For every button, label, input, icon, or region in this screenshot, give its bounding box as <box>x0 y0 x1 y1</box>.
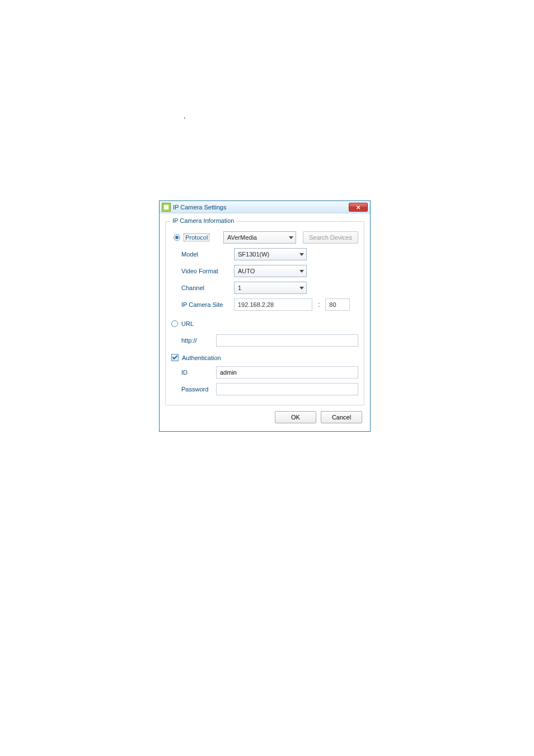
model-label: Model <box>171 251 234 258</box>
channel-label: Channel <box>171 284 234 291</box>
ip-camera-site-label: IP Camera Site <box>171 301 234 308</box>
id-row: ID admin <box>171 366 358 379</box>
protocol-select-value: AVerMedia <box>227 234 257 241</box>
ip-camera-settings-dialog: IP Camera Settings ✕ IP Camera Informati… <box>159 200 371 432</box>
close-button[interactable]: ✕ <box>349 203 368 212</box>
url-prefix-label: http:// <box>171 337 216 344</box>
chevron-down-icon <box>299 270 304 273</box>
chevron-down-icon <box>299 287 304 290</box>
channel-select[interactable]: 1 <box>234 282 307 294</box>
video-format-label: Video Format <box>171 268 234 274</box>
port-value: 80 <box>329 301 336 308</box>
protocol-row: Protocol AVerMedia Search Devices <box>171 231 358 244</box>
window-title: IP Camera Settings <box>173 204 226 211</box>
dialog-footer: OK Cancel <box>165 405 364 426</box>
port-input[interactable]: 80 <box>325 298 350 311</box>
ip-camera-site-row: IP Camera Site 192.168.2.28 : 80 <box>171 298 358 311</box>
url-input[interactable] <box>216 334 358 347</box>
video-format-select-value: AUTO <box>238 268 255 274</box>
id-input[interactable]: admin <box>216 366 358 379</box>
search-devices-label: Search Devices <box>309 234 352 241</box>
channel-row: Channel 1 <box>171 281 358 295</box>
password-input[interactable] <box>216 383 358 395</box>
ip-address-input[interactable]: 192.168.2.28 <box>234 298 312 311</box>
titlebar[interactable]: IP Camera Settings ✕ <box>160 201 370 213</box>
url-input-row: http:// <box>171 334 358 347</box>
close-icon: ✕ <box>356 204 360 211</box>
password-label: Password <box>171 386 216 393</box>
url-radio[interactable]: URL <box>171 320 194 327</box>
cancel-button[interactable]: Cancel <box>321 411 362 423</box>
protocol-select[interactable]: AVerMedia <box>223 231 296 244</box>
protocol-radio[interactable]: Protocol <box>174 234 209 241</box>
url-radio-row: URL <box>171 317 358 330</box>
radio-on-icon <box>174 234 180 241</box>
id-label: ID <box>171 369 216 376</box>
video-format-select[interactable]: AUTO <box>234 265 307 277</box>
authentication-block: ID admin Password <box>171 366 358 396</box>
stray-text: , <box>184 112 185 120</box>
model-select[interactable]: SF1301(W) <box>234 248 307 260</box>
channel-select-value: 1 <box>238 284 241 291</box>
ip-camera-information-group: IP Camera Information Protocol AVerMedia <box>165 221 364 405</box>
password-row: Password <box>171 382 358 396</box>
chevron-down-icon <box>289 236 293 239</box>
checkbox-checked-icon <box>171 354 179 361</box>
chevron-down-icon <box>299 253 304 256</box>
cancel-button-label: Cancel <box>332 414 351 421</box>
group-label: IP Camera Information <box>170 217 236 224</box>
dialog-body: IP Camera Information Protocol AVerMedia <box>160 213 370 431</box>
ok-button[interactable]: OK <box>275 411 316 423</box>
authentication-checkbox[interactable]: Authentication <box>171 354 221 361</box>
protocol-radio-label: Protocol <box>184 234 209 241</box>
model-row: Model SF1301(W) <box>171 248 358 261</box>
radio-off-icon <box>171 320 178 327</box>
ok-button-label: OK <box>291 414 300 421</box>
search-devices-button[interactable]: Search Devices <box>303 231 358 244</box>
authentication-checkbox-label: Authentication <box>182 354 221 361</box>
ip-address-value: 192.168.2.28 <box>238 301 274 308</box>
app-icon <box>162 203 171 212</box>
model-select-value: SF1301(W) <box>238 251 269 258</box>
video-format-row: Video Format AUTO <box>171 264 358 278</box>
port-separator: : <box>318 301 320 309</box>
url-radio-label: URL <box>181 320 194 327</box>
id-value: admin <box>220 369 237 376</box>
